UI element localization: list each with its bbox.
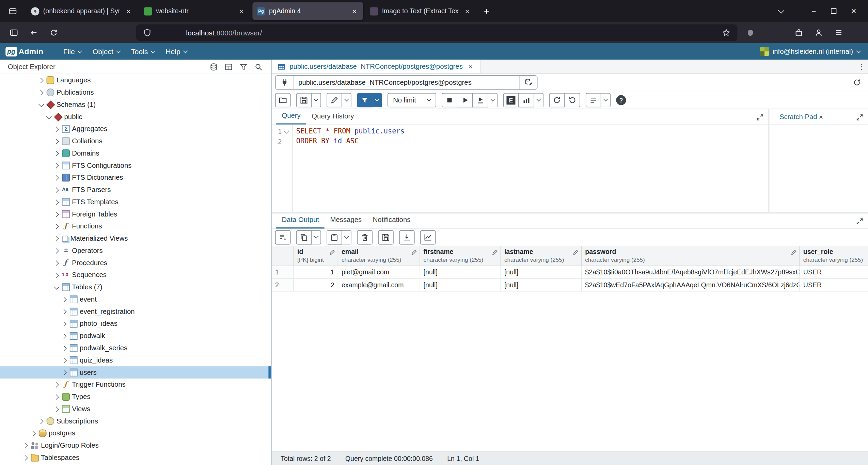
output-tab[interactable]: Messages [325, 216, 367, 228]
tree-item-fts-configurations[interactable]: FTS Configurations [0, 159, 271, 172]
chevron-right-icon[interactable] [60, 344, 68, 352]
browser-tab[interactable]: pgAdmin 4 [252, 2, 363, 20]
column-header-password[interactable]: passwordcharacter varying (255) [582, 246, 800, 266]
tree-item-login-group-roles[interactable]: Login/Group Roles [0, 439, 271, 452]
macros-button[interactable] [586, 93, 601, 107]
chevron-right-icon[interactable] [29, 429, 37, 437]
tree-item-event-registration[interactable]: event_registration [0, 305, 271, 318]
chevron-right-icon[interactable] [52, 381, 60, 388]
copy-options-dropdown[interactable] [312, 230, 321, 244]
tree-item-public[interactable]: public [0, 111, 271, 123]
open-file-button[interactable] [275, 93, 291, 107]
chevron-right-icon[interactable] [52, 198, 60, 206]
chevron-right-icon[interactable] [60, 332, 68, 340]
tree-item-procedures[interactable]: Procedures [0, 257, 271, 269]
row-number[interactable]: 2 [272, 279, 294, 291]
close-tab-icon[interactable] [467, 63, 474, 70]
menubar-item[interactable]: Tools [126, 45, 160, 58]
edit-column-icon[interactable] [573, 250, 579, 255]
add-row-button[interactable] [275, 230, 291, 244]
help-button[interactable] [616, 95, 626, 105]
save-options-dropdown[interactable] [312, 93, 321, 107]
tree-item-users[interactable]: users [0, 366, 271, 379]
column-header-firstname[interactable]: firstnamecharacter varying (255) [420, 246, 501, 266]
commit-button[interactable] [549, 93, 565, 107]
tree-item-operators[interactable]: Operators [0, 245, 271, 257]
firefox-view-icon[interactable] [4, 3, 21, 19]
browser-tab[interactable]: website-ntr [140, 2, 250, 20]
chevron-right-icon[interactable] [37, 417, 45, 425]
edit-column-icon[interactable] [492, 250, 498, 255]
extensions-puzzle-icon[interactable] [790, 25, 807, 41]
chevron-right-icon[interactable] [52, 247, 60, 255]
chevron-right-icon[interactable] [52, 235, 60, 242]
chevron-right-icon[interactable] [52, 271, 60, 279]
edit-options-dropdown[interactable] [342, 93, 352, 107]
paste-options-dropdown[interactable] [342, 230, 352, 244]
row-number-header[interactable] [272, 246, 294, 266]
tree-item-domains[interactable]: Domains [0, 147, 271, 159]
paste-button[interactable] [327, 230, 342, 244]
tree-item-publications[interactable]: Publications [0, 86, 271, 99]
cell-password[interactable]: $2a$10$wEd7oFa5PAxlAqGphAAAqeLQmn.VO6NAl… [582, 279, 800, 291]
cell-lastname[interactable]: [null] [501, 266, 582, 279]
save-file-button[interactable] [296, 93, 312, 107]
sql-editor[interactable]: 12 SELECT * FROM public.usersORDER BY id… [272, 125, 768, 212]
chevron-right-icon[interactable] [37, 76, 45, 84]
account-menu[interactable]: info@hsleiden.nl (internal) [760, 47, 862, 56]
connection-selector[interactable]: public.users/database_NTRConcept/postgre… [294, 76, 519, 89]
cell-firstname[interactable]: [null] [420, 266, 501, 279]
chevron-right-icon[interactable] [21, 442, 29, 449]
cell-lastname[interactable]: [null] [501, 279, 582, 291]
edit-button[interactable] [327, 93, 342, 107]
column-header-email[interactable]: emailcharacter varying (255) [338, 246, 420, 266]
row-number[interactable]: 1 [272, 266, 294, 279]
chevron-down-icon[interactable] [52, 283, 60, 291]
cell-id[interactable]: 1 [294, 266, 338, 279]
tree-item-languages[interactable]: Languages [0, 74, 271, 86]
menu-hamburger-icon[interactable] [830, 25, 847, 41]
connection-status-icon[interactable] [276, 76, 294, 89]
tree-item-views[interactable]: Views [0, 403, 271, 415]
graph-visualiser-button[interactable] [420, 230, 436, 244]
chevron-right-icon[interactable] [60, 369, 68, 376]
tree-item-podwalk-series[interactable]: podwalk_series [0, 342, 271, 354]
tree-item-collations[interactable]: Collations [0, 135, 271, 147]
edit-connection-icon[interactable] [519, 76, 537, 89]
tree-item-fts-templates[interactable]: FTS Templates [0, 196, 271, 208]
sql-editor-code[interactable]: SELECT * FROM public.usersORDER BY id AS… [293, 125, 768, 212]
row-limit-select[interactable]: No limit [388, 93, 436, 107]
expand-icon[interactable] [756, 113, 764, 121]
tab-close-icon[interactable] [237, 7, 246, 16]
tree-item-postgres[interactable]: postgres [0, 427, 271, 439]
rollback-button[interactable] [565, 93, 580, 107]
close-scratch-pad-icon[interactable] [817, 113, 825, 121]
cell-email[interactable]: example@gmail.com [338, 279, 420, 291]
tree-item-materialized-views[interactable]: Materialized Views [0, 233, 271, 245]
output-tab[interactable]: Notifications [367, 216, 416, 228]
shield-icon[interactable] [143, 28, 152, 37]
tree-item-functions[interactable]: Functions [0, 220, 271, 233]
maximize-button[interactable] [824, 0, 844, 22]
extension-shield-icon[interactable] [742, 25, 758, 41]
back-button[interactable] [26, 25, 42, 41]
tab-query-history[interactable]: Query History [306, 112, 360, 124]
chevron-right-icon[interactable] [60, 308, 68, 316]
chevron-right-icon[interactable] [52, 223, 60, 230]
cancel-query-button[interactable] [442, 93, 457, 107]
bookmark-star-icon[interactable] [722, 28, 731, 37]
chevron-right-icon[interactable] [21, 454, 29, 462]
filter-button[interactable] [357, 93, 373, 107]
edit-column-icon[interactable] [329, 250, 335, 255]
chevron-right-icon[interactable] [52, 149, 60, 157]
reload-button[interactable] [45, 25, 62, 41]
chevron-down-icon[interactable] [45, 113, 53, 121]
tree-item-subscriptions[interactable]: Subscriptions [0, 415, 271, 427]
chevron-right-icon[interactable] [37, 89, 45, 96]
menubar-item[interactable]: Object [87, 45, 126, 58]
list-all-tabs-button[interactable] [773, 3, 789, 19]
chevron-right-icon[interactable] [52, 125, 60, 133]
explain-analyze-button[interactable] [519, 93, 534, 107]
explain-button[interactable]: E [503, 93, 519, 107]
tree-item-types[interactable]: Types [0, 391, 271, 403]
